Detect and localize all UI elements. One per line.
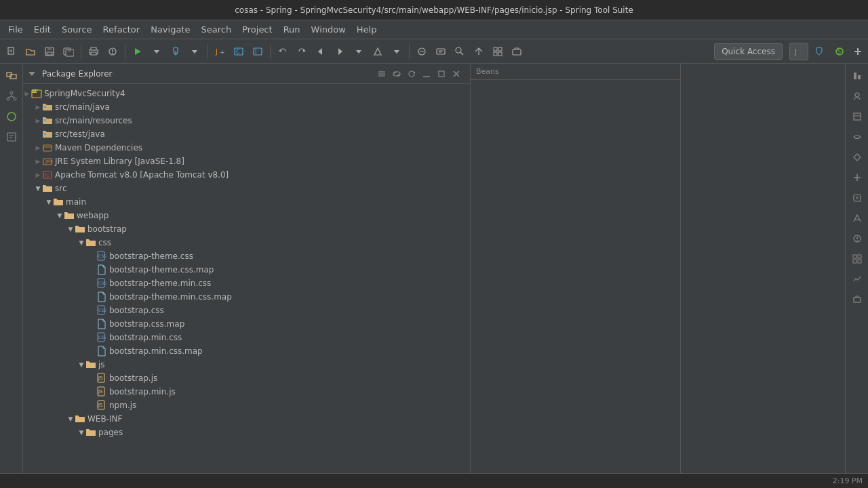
- toolbar-btn-extra3[interactable]: [451, 43, 469, 60]
- panel-minimize-btn[interactable]: [420, 67, 433, 81]
- tree-item-bootstrap-theme.min.css[interactable]: CSSbootstrap-theme.min.css: [23, 277, 470, 290]
- tree-expand-arrow[interactable]: ▶: [34, 157, 42, 165]
- tree-item-src-test-java[interactable]: src/test/java: [23, 127, 470, 141]
- tree-expand-arrow[interactable]: ▶: [34, 144, 42, 152]
- toolbar-new-interface-btn[interactable]: I: [249, 43, 267, 60]
- menu-navigate[interactable]: Navigate: [145, 23, 195, 36]
- tree-expand-arrow[interactable]: ▶: [34, 117, 42, 125]
- toolbar-undo-btn[interactable]: [274, 43, 292, 60]
- toolbar-open-type-menu-btn[interactable]: [388, 43, 406, 60]
- tree-expand-arrow[interactable]: [34, 130, 42, 138]
- perspective-java-btn[interactable]: J: [789, 43, 808, 60]
- sidebar-snippets-icon[interactable]: [2, 127, 21, 146]
- tree-expand-arrow[interactable]: ▼: [66, 225, 75, 233]
- tree-expand-arrow[interactable]: [88, 252, 96, 260]
- tree-item-bootstrap.min.css.map[interactable]: bootstrap.min.css.map: [23, 344, 470, 358]
- toolbar-btn-extra5[interactable]: [508, 43, 526, 60]
- tree-item-bootstrap.min.js[interactable]: JSbootstrap.min.js: [23, 385, 470, 399]
- toolbar-nav-menu-btn[interactable]: [350, 43, 368, 60]
- tree-expand-arrow[interactable]: ▼: [34, 184, 42, 192]
- tree-expand-arrow[interactable]: ▶: [34, 103, 42, 111]
- menu-help[interactable]: Help: [351, 23, 382, 36]
- panel-collapse-icon[interactable]: [27, 69, 37, 79]
- panel-link-btn[interactable]: [390, 67, 403, 81]
- tree-item-WEB-INF[interactable]: ▼WEB-INF: [23, 412, 470, 426]
- quick-access-button[interactable]: Quick Access: [714, 43, 783, 60]
- toolbar-new-btn[interactable]: [3, 43, 20, 60]
- toolbar-debug-menu-btn[interactable]: [186, 43, 203, 60]
- panel-sync-btn[interactable]: [405, 67, 418, 81]
- menu-edit[interactable]: Edit: [28, 23, 56, 36]
- tree-item-jre-system[interactable]: ▶JREJRE System Library [JavaSE-1.8]: [23, 155, 470, 168]
- right-sidebar-icon6[interactable]: [848, 168, 867, 187]
- tree-item-npm.js[interactable]: JSnpm.js: [23, 399, 470, 412]
- tree-expand-arrow[interactable]: [88, 388, 96, 396]
- tree-expand-arrow[interactable]: [88, 401, 96, 409]
- tree-item-src-main-java[interactable]: ▶src/main/java: [23, 100, 470, 114]
- tree-item-main[interactable]: ▼main: [23, 195, 470, 209]
- toolbar-open-btn[interactable]: [22, 43, 39, 60]
- tree-item-bootstrap.css[interactable]: CSSbootstrap.css: [23, 304, 470, 317]
- perspective-spring-btn[interactable]: S: [830, 43, 849, 60]
- tree-item-bootstrap.min.css[interactable]: CSSbootstrap.min.css: [23, 331, 470, 344]
- toolbar-debug-btn[interactable]: [167, 43, 184, 60]
- right-sidebar-icon2[interactable]: [848, 87, 867, 106]
- tree-expand-arrow[interactable]: [88, 374, 96, 382]
- tree-expand-arrow[interactable]: ▼: [77, 428, 85, 436]
- right-sidebar-icon10[interactable]: [848, 249, 867, 268]
- tree-expand-arrow[interactable]: [88, 306, 96, 314]
- right-sidebar-icon7[interactable]: [848, 188, 867, 207]
- toolbar-new-class-btn[interactable]: C: [230, 43, 248, 60]
- menu-window[interactable]: Window: [306, 23, 351, 36]
- toolbar-btn-extra2[interactable]: [432, 43, 450, 60]
- right-sidebar-icon3[interactable]: [848, 107, 867, 126]
- right-sidebar-icon1[interactable]: [848, 66, 867, 85]
- tree-item-bootstrap-theme.css.map[interactable]: bootstrap-theme.css.map: [23, 263, 470, 277]
- toolbar-new-java-btn[interactable]: J+: [211, 43, 229, 60]
- menu-run[interactable]: Run: [278, 23, 306, 36]
- toolbar-save-btn[interactable]: [41, 43, 58, 60]
- panel-maximize-btn[interactable]: [435, 67, 448, 81]
- tree-item-src[interactable]: ▼src: [23, 182, 470, 195]
- tree-expand-arrow[interactable]: [88, 279, 96, 287]
- menu-search[interactable]: Search: [195, 23, 237, 36]
- tree-item-css[interactable]: ▼css: [23, 236, 470, 249]
- panel-collapse-all-btn[interactable]: [375, 67, 389, 81]
- tree-item-webapp[interactable]: ▼webapp: [23, 209, 470, 222]
- tree-expand-arrow[interactable]: [88, 347, 96, 355]
- toolbar-nav-next-btn[interactable]: [331, 43, 349, 60]
- sidebar-spring-icon[interactable]: [2, 107, 21, 126]
- panel-close-btn[interactable]: [450, 67, 463, 81]
- menu-source[interactable]: Source: [56, 23, 98, 36]
- sidebar-hierarchy-icon[interactable]: [2, 87, 21, 106]
- tree-item-maven-dependencies[interactable]: ▶Maven Dependencies: [23, 141, 470, 155]
- sidebar-packageexplorer-icon[interactable]: [2, 66, 21, 85]
- toolbar-perspectives-btn[interactable]: [489, 43, 507, 60]
- tree-item-bootstrap-theme.min.css.map[interactable]: bootstrap-theme.min.css.map: [23, 290, 470, 304]
- right-sidebar-icon12[interactable]: [848, 290, 867, 309]
- tree-expand-arrow[interactable]: ▼: [56, 211, 64, 220]
- tree-item-js[interactable]: ▼js: [23, 358, 470, 371]
- tree-item-pages[interactable]: ▼pages: [23, 426, 470, 439]
- tree-expand-arrow[interactable]: ▼: [77, 239, 85, 247]
- tree-expand-arrow[interactable]: ▼: [77, 361, 85, 369]
- tree-item-bootstrap.js[interactable]: JSbootstrap.js: [23, 371, 470, 385]
- toolbar-run-menu-btn[interactable]: [148, 43, 165, 60]
- tree-expand-arrow[interactable]: ▼: [66, 415, 75, 423]
- tree-item-bootstrap[interactable]: ▼bootstrap: [23, 222, 470, 236]
- tree-item-bootstrap-theme.css[interactable]: CSSbootstrap-theme.css: [23, 249, 470, 263]
- tree-expand-arrow[interactable]: ▼: [45, 198, 53, 206]
- menu-file[interactable]: File: [3, 23, 28, 36]
- perspective-debug-btn[interactable]: [810, 43, 829, 60]
- toolbar-btn-extra4[interactable]: [470, 43, 488, 60]
- tree-expand-arrow[interactable]: ▶: [23, 89, 31, 98]
- tree-expand-arrow[interactable]: [88, 333, 96, 342]
- tree-item-SpringMvcSecurity4[interactable]: ▶SpringMvcSecurity4: [23, 87, 470, 100]
- tree-expand-arrow[interactable]: ▶: [34, 171, 42, 179]
- toolbar-properties-btn[interactable]: [104, 43, 121, 60]
- toolbar-saveall-btn[interactable]: [60, 43, 77, 60]
- menu-refactor[interactable]: Refactor: [98, 23, 146, 36]
- toolbar-nav-prev-btn[interactable]: [312, 43, 330, 60]
- toolbar-run-btn[interactable]: [129, 43, 146, 60]
- toolbar-open-type-btn[interactable]: [369, 43, 387, 60]
